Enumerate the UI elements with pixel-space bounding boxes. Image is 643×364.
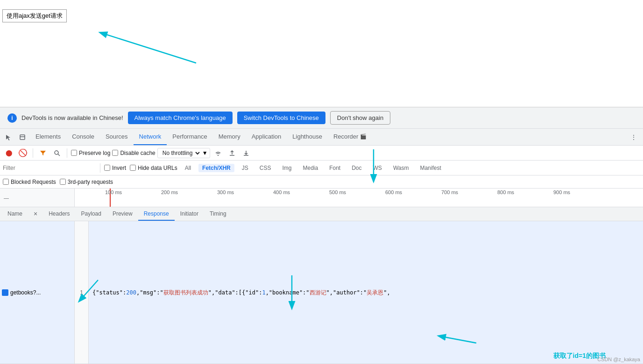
detail-tab-headers[interactable]: Headers: [43, 207, 75, 221]
devtools-notification-bar: i DevTools is now available in Chinese! …: [0, 107, 643, 129]
tick-400ms: 400 ms: [273, 189, 290, 195]
detail-tab-initiator[interactable]: Initiator: [175, 207, 204, 221]
timeline-dash: —: [4, 195, 9, 201]
filter-divider: [100, 163, 100, 173]
svg-rect-0: [20, 135, 25, 140]
row-number: 1: [75, 221, 89, 364]
browser-page-area: 使用ajax发送get请求: [0, 0, 643, 107]
devtools-icon-inspect[interactable]: [16, 131, 29, 144]
record-button[interactable]: ⬤: [3, 147, 15, 159]
network-toolbar: ⬤ 🚫 Preserve log Disable cache No thro: [0, 146, 643, 161]
toolbar-divider-2: [67, 148, 67, 158]
filter-type-font[interactable]: Font: [325, 164, 344, 172]
third-party-checkbox[interactable]: [60, 179, 66, 185]
devtools-more-icon[interactable]: ⋮: [627, 131, 640, 144]
tab-network[interactable]: Network: [134, 129, 167, 145]
tick-300ms: 300 ms: [217, 189, 234, 195]
tab-performance[interactable]: Performance: [167, 129, 212, 145]
invert-checkbox[interactable]: [104, 165, 110, 171]
match-language-button[interactable]: Always match Chrome's language: [128, 112, 233, 124]
search-icon[interactable]: [51, 147, 63, 159]
timeline-bar: — 100 ms 200 ms 300 ms 400 ms 500 ms 600…: [0, 189, 643, 207]
tick-600ms: 600 ms: [385, 189, 402, 195]
switch-devtools-button[interactable]: Switch DevTools to Chinese: [237, 112, 325, 124]
tick-200ms: 200 ms: [161, 189, 178, 195]
filter-type-css[interactable]: CSS: [256, 164, 275, 172]
filter-type-all[interactable]: All: [181, 164, 195, 172]
ajax-button[interactable]: 使用ajax发送get请求: [2, 9, 67, 22]
wifi-icon[interactable]: [212, 147, 224, 159]
csdn-credit: CSDN @z_kakaya: [597, 357, 640, 362]
tab-recorder[interactable]: Recorder 🎬: [328, 129, 372, 145]
detail-tab-payload[interactable]: Payload: [76, 207, 107, 221]
preserve-log-checkbox[interactable]: [71, 150, 77, 156]
disable-cache-checkbox[interactable]: [112, 150, 118, 156]
tab-application[interactable]: Application: [246, 129, 287, 145]
tick-800ms: 800 ms: [497, 189, 514, 195]
filter-type-media[interactable]: Media: [299, 164, 322, 172]
preserve-log-label[interactable]: Preserve log: [71, 150, 110, 156]
detail-tab-response[interactable]: Response: [138, 207, 175, 221]
detail-tab-preview[interactable]: Preview: [107, 207, 138, 221]
third-party-label[interactable]: 3rd-party requests: [60, 179, 113, 185]
dont-show-button[interactable]: Don't show again: [330, 111, 390, 125]
response-content: {"status":200,"msg":"获取图书列表成功","data":[{…: [89, 221, 643, 364]
filter-type-ws[interactable]: WS: [369, 164, 386, 172]
tab-memory[interactable]: Memory: [213, 129, 246, 145]
filter-bar: Invert Hide data URLs All Fetch/XHR JS C…: [0, 161, 643, 175]
svg-point-2: [55, 151, 58, 154]
filter-type-doc[interactable]: Doc: [348, 164, 365, 172]
throttle-wrapper: No throttling ▼: [157, 148, 210, 158]
tick-100ms: 100 ms: [105, 189, 122, 195]
tick-500ms: 500 ms: [329, 189, 346, 195]
recorder-icon: 🎬: [360, 133, 367, 140]
devtools-panel: i DevTools is now available in Chinese! …: [0, 107, 643, 364]
disable-cache-label[interactable]: Disable cache: [112, 150, 155, 156]
detail-tab-name[interactable]: Name: [2, 207, 28, 221]
filter-type-img[interactable]: Img: [278, 164, 295, 172]
hide-data-urls-checkbox[interactable]: [130, 165, 136, 171]
request-name-text: getbooks?...: [10, 289, 41, 296]
blocked-requests-bar: Blocked Requests 3rd-party requests: [0, 175, 643, 189]
blocked-requests-checkbox[interactable]: [3, 179, 9, 185]
info-icon: i: [7, 113, 17, 123]
timeline-name-col: —: [0, 189, 75, 207]
blocked-requests-label[interactable]: Blocked Requests: [3, 179, 56, 185]
filter-icon[interactable]: [37, 147, 49, 159]
timeline-grid: 100 ms 200 ms 300 ms 400 ms 500 ms 600 m…: [75, 189, 643, 207]
clear-button[interactable]: 🚫: [17, 147, 29, 159]
devtools-icon-cursor[interactable]: [2, 131, 15, 144]
tick-900ms: 900 ms: [553, 189, 570, 195]
tab-console[interactable]: Console: [66, 129, 100, 145]
filter-input[interactable]: [3, 165, 96, 171]
download-icon[interactable]: [240, 147, 252, 159]
request-name-checkbox: [2, 289, 8, 296]
notification-message: DevTools is now available in Chinese!: [21, 114, 123, 121]
upload-icon[interactable]: [226, 147, 238, 159]
devtools-tab-bar: Elements Console Sources Network Perform…: [0, 129, 643, 146]
detail-tabs: Name × Headers Payload Preview Response …: [0, 207, 643, 221]
tab-sources[interactable]: Sources: [100, 129, 134, 145]
network-request-row[interactable]: getbooks?... 1 {"status":200,"msg":"获取图书…: [0, 221, 643, 364]
invert-label[interactable]: Invert: [104, 165, 126, 171]
detail-tab-close[interactable]: ×: [28, 207, 43, 221]
tab-list: Elements Console Sources Network Perform…: [30, 129, 627, 145]
filter-type-manifest[interactable]: Manifest: [416, 164, 445, 172]
tab-lighthouse[interactable]: Lighthouse: [287, 129, 328, 145]
request-name-col[interactable]: getbooks?...: [0, 221, 75, 364]
filter-type-wasm[interactable]: Wasm: [389, 164, 413, 172]
hide-data-urls-label[interactable]: Hide data URLs: [130, 165, 177, 171]
throttle-select[interactable]: No throttling: [160, 149, 201, 157]
tick-700ms: 700 ms: [441, 189, 458, 195]
svg-line-3: [58, 154, 60, 156]
filter-type-js[interactable]: JS: [238, 164, 252, 172]
toolbar-divider-1: [33, 148, 33, 158]
filter-type-fetchxhr[interactable]: Fetch/XHR: [198, 164, 234, 172]
tab-elements[interactable]: Elements: [30, 129, 66, 145]
detail-tab-timing[interactable]: Timing: [204, 207, 232, 221]
